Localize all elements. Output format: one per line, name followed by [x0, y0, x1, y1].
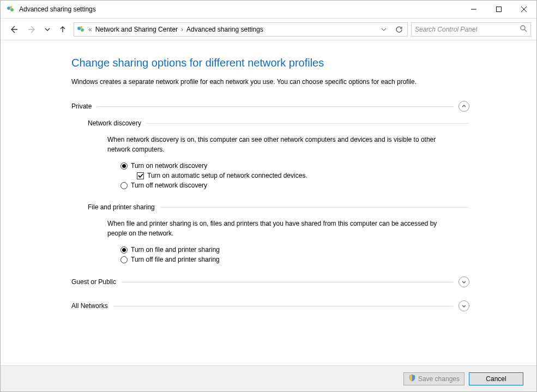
svg-point-2 [10, 6, 12, 8]
breadcrumb-item[interactable]: Network and Sharing Center [95, 26, 178, 33]
breadcrumb-overflow-icon[interactable]: « [88, 26, 92, 33]
page-description: Windows creates a separate network profi… [71, 77, 464, 87]
chevron-up-icon[interactable] [458, 101, 469, 112]
checkbox-icon [137, 172, 144, 179]
network-center-icon [76, 25, 85, 34]
section-title: Private [71, 102, 92, 110]
nav-up-button[interactable] [55, 22, 70, 37]
button-label: Cancel [486, 375, 506, 383]
subsection-description: When network discovery is on, this compu… [107, 135, 456, 154]
address-dropdown[interactable] [378, 23, 390, 35]
search-icon [520, 25, 527, 34]
section-header-private[interactable]: Private [71, 101, 469, 112]
section-title: All Networks [71, 302, 108, 310]
radio-label: Turn off file and printer sharing [131, 256, 220, 263]
minimize-button[interactable] [461, 1, 486, 18]
address-bar[interactable]: « Network and Sharing Center › Advanced … [74, 22, 408, 37]
breadcrumb-item[interactable]: Advanced sharing settings [186, 26, 263, 33]
window-title: Advanced sharing settings [19, 5, 461, 13]
close-button[interactable] [511, 1, 536, 18]
search-input[interactable] [415, 26, 520, 33]
nav-forward-button[interactable] [25, 22, 40, 37]
maximize-button[interactable] [486, 1, 511, 18]
checkbox-label: Turn on automatic setup of network conne… [147, 172, 307, 179]
search-box[interactable] [411, 22, 531, 37]
radio-label: Turn off network discovery [131, 182, 207, 189]
section-title: Guest or Public [71, 278, 116, 286]
subsection-file-printer: File and printer sharing When file and p… [88, 203, 469, 263]
radio-nd-on[interactable]: Turn on network discovery [120, 162, 469, 170]
radio-fp-off[interactable]: Turn off file and printer sharing [120, 256, 469, 263]
section-all-networks: All Networks [71, 300, 469, 311]
refresh-button[interactable] [393, 23, 405, 35]
section-header-all[interactable]: All Networks [71, 300, 469, 311]
save-changes-button[interactable]: Save changes [403, 372, 464, 385]
content-area: Change sharing options for different net… [1, 40, 536, 365]
shield-icon [408, 374, 416, 383]
radio-icon [120, 162, 128, 170]
svg-point-5 [81, 28, 84, 32]
svg-rect-3 [497, 7, 502, 12]
footer: Save changes Cancel [1, 365, 536, 391]
chevron-down-icon[interactable] [458, 300, 469, 311]
subsection-description: When file and printer sharing is on, fil… [107, 219, 456, 238]
svg-point-1 [10, 8, 14, 11]
radio-icon [120, 256, 128, 263]
radio-label: Turn on network discovery [131, 162, 207, 170]
checkbox-auto-setup[interactable]: Turn on automatic setup of network conne… [137, 172, 469, 179]
nav-recent-dropdown[interactable] [43, 22, 52, 37]
radio-label: Turn on file and printer sharing [131, 246, 220, 254]
subsection-title: Network discovery [88, 119, 141, 127]
subsection-title: File and printer sharing [88, 203, 155, 211]
radio-icon [120, 246, 128, 254]
cancel-button[interactable]: Cancel [469, 372, 523, 385]
titlebar: Advanced sharing settings [1, 1, 536, 19]
section-header-guest[interactable]: Guest or Public [71, 276, 469, 287]
button-label: Save changes [418, 375, 460, 383]
radio-nd-off[interactable]: Turn off network discovery [120, 182, 469, 189]
svg-point-7 [521, 26, 525, 30]
window-controls [461, 1, 536, 18]
radio-icon [120, 182, 128, 189]
section-private: Private Network discovery When network d… [71, 101, 469, 263]
network-center-icon [6, 5, 15, 14]
section-guest-public: Guest or Public [71, 276, 469, 287]
page-heading: Change sharing options for different net… [71, 57, 536, 69]
svg-point-6 [80, 26, 82, 28]
subsection-network-discovery: Network discovery When network discovery… [88, 119, 469, 189]
navbar: « Network and Sharing Center › Advanced … [1, 19, 536, 40]
radio-fp-on[interactable]: Turn on file and printer sharing [120, 246, 469, 254]
chevron-down-icon[interactable] [458, 276, 469, 287]
nav-back-button[interactable] [6, 22, 21, 37]
chevron-right-icon: › [181, 26, 183, 33]
